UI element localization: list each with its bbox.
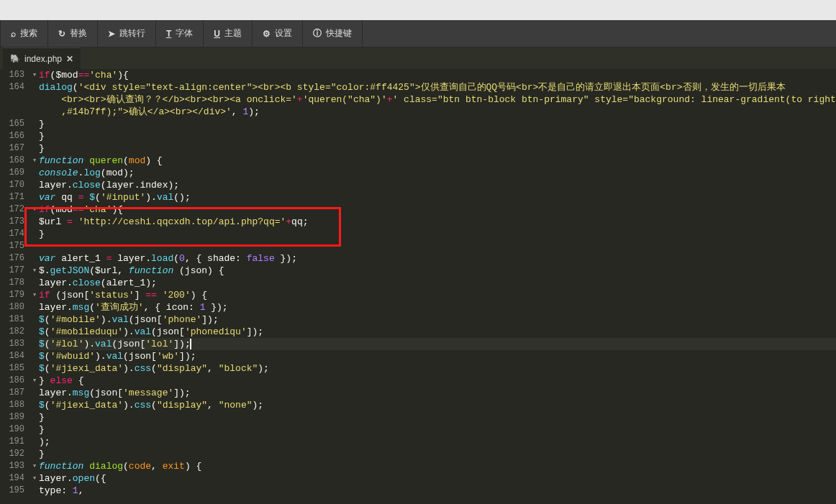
theme-icon: U bbox=[214, 29, 220, 39]
fold-marker bbox=[30, 167, 39, 179]
code-line[interactable]: var qq = $('#input').val(); bbox=[39, 191, 836, 203]
search-button[interactable]: ⌕ 搜索 bbox=[0, 20, 48, 47]
code-line[interactable]: $('#wbuid').val(json['wb']); bbox=[39, 350, 836, 362]
text-cursor bbox=[190, 339, 191, 349]
code-line[interactable]: layer.open({ bbox=[39, 472, 836, 485]
fold-marker bbox=[30, 301, 39, 313]
code-line[interactable]: } bbox=[39, 411, 836, 423]
code-line[interactable]: dialog('<div style="text-align:center"><… bbox=[39, 81, 836, 93]
code-line[interactable]: if($mod=='cha'){ bbox=[39, 69, 836, 81]
code-area[interactable]: if($mod=='cha'){dialog('<div style="text… bbox=[39, 69, 836, 504]
line-number: 187 bbox=[0, 387, 24, 399]
code-line[interactable]: $('#lol').val(json['lol']); bbox=[39, 338, 836, 350]
code-line[interactable]: } bbox=[39, 130, 836, 142]
theme-label: 主题 bbox=[224, 27, 242, 40]
code-line[interactable]: console.log(mod); bbox=[39, 167, 836, 179]
close-icon[interactable]: ✕ bbox=[66, 54, 73, 64]
line-number: 192 bbox=[0, 448, 24, 460]
line-number: 178 bbox=[0, 277, 24, 289]
code-line[interactable]: layer.close(layer.index); bbox=[39, 179, 836, 191]
php-file-icon: 🐘 bbox=[10, 54, 20, 63]
code-line[interactable]: if (json['status'] == '200') { bbox=[39, 289, 836, 301]
code-line[interactable]: $('#mobile').val(json['phone']); bbox=[39, 313, 836, 326]
fold-marker bbox=[30, 228, 39, 240]
code-line[interactable]: <br><br>确认查询？？</b><br><br><a onclick='+'… bbox=[39, 93, 836, 106]
jump-label: 跳转行 bbox=[119, 27, 145, 40]
line-number: 179 bbox=[0, 289, 24, 301]
code-line[interactable]: } else { bbox=[39, 375, 836, 387]
code-line[interactable]: ,#14b7ff);">确认</a><br></div>', 1); bbox=[39, 106, 836, 118]
line-number: 193 bbox=[0, 460, 24, 472]
code-line[interactable]: $url = 'http://ceshi.qqcxdh.top/api.php?… bbox=[39, 216, 836, 228]
fold-marker[interactable]: ▾ bbox=[30, 265, 39, 277]
line-number: 182 bbox=[0, 326, 24, 338]
theme-button[interactable]: U 主题 bbox=[204, 20, 253, 47]
line-number: 186 bbox=[0, 375, 24, 387]
line-number: 190 bbox=[0, 423, 24, 436]
code-line[interactable]: function dialog(code, exit) { bbox=[39, 460, 836, 472]
info-icon: ⓘ bbox=[313, 27, 322, 40]
shortcuts-label: 快捷键 bbox=[326, 27, 352, 40]
fold-marker[interactable]: ▾ bbox=[30, 155, 39, 167]
fold-marker bbox=[30, 485, 39, 497]
replace-button[interactable]: ↻ 替换 bbox=[48, 20, 98, 47]
code-line[interactable]: $('#jiexi_data').css("display", "block")… bbox=[39, 362, 836, 375]
code-line[interactable] bbox=[39, 240, 836, 252]
code-line[interactable]: $.getJSON($url, function (json) { bbox=[39, 265, 836, 277]
code-line[interactable]: $('#mobileduqu').val(json['phonediqu']); bbox=[39, 326, 836, 338]
code-line[interactable]: layer.msg(json['message']); bbox=[39, 387, 836, 399]
fold-marker bbox=[30, 81, 39, 93]
line-number: 168 bbox=[0, 155, 24, 167]
jump-icon: ➤ bbox=[108, 29, 115, 39]
code-line[interactable]: layer.close(alert_1); bbox=[39, 277, 836, 289]
code-line[interactable]: function queren(mod) { bbox=[39, 155, 836, 167]
code-line[interactable]: var alert_1 = layer.load(0, { shade: fal… bbox=[39, 252, 836, 265]
code-line[interactable]: if(mod=='cha'){ bbox=[39, 203, 836, 216]
code-line[interactable]: } bbox=[39, 228, 836, 240]
code-line[interactable]: } bbox=[39, 448, 836, 460]
code-line[interactable]: } bbox=[39, 118, 836, 130]
jump-button[interactable]: ➤ 跳转行 bbox=[98, 20, 156, 47]
font-button[interactable]: T 字体 bbox=[156, 20, 204, 47]
fold-marker bbox=[30, 130, 39, 142]
code-line[interactable]: } bbox=[39, 423, 836, 436]
fold-marker bbox=[30, 277, 39, 289]
line-number: 180 bbox=[0, 301, 24, 313]
tab-bar: 🐘 index.php ✕ bbox=[0, 47, 836, 69]
fold-marker[interactable]: ▾ bbox=[30, 203, 39, 216]
code-line[interactable]: $('#jiexi_data').css("display", "none"); bbox=[39, 399, 836, 411]
fold-marker bbox=[30, 411, 39, 423]
fold-marker[interactable]: ▾ bbox=[30, 472, 39, 485]
fold-marker bbox=[30, 142, 39, 155]
fold-marker bbox=[30, 118, 39, 130]
line-number: 185 bbox=[0, 362, 24, 375]
line-number: 191 bbox=[0, 436, 24, 448]
line-number: 175 bbox=[0, 240, 24, 252]
code-line[interactable]: } bbox=[39, 142, 836, 155]
fold-marker bbox=[30, 362, 39, 375]
replace-icon: ↻ bbox=[58, 29, 65, 39]
fold-marker[interactable]: ▾ bbox=[30, 69, 39, 81]
fold-marker[interactable]: ▾ bbox=[30, 460, 39, 472]
fold-marker bbox=[30, 448, 39, 460]
replace-label: 替换 bbox=[70, 27, 87, 40]
code-line[interactable]: layer.msg('查询成功', { icon: 1 }); bbox=[39, 301, 836, 313]
line-number: 194 bbox=[0, 472, 24, 485]
fold-marker bbox=[30, 350, 39, 362]
code-line[interactable]: type: 1, bbox=[39, 485, 836, 497]
line-number: 189 bbox=[0, 411, 24, 423]
code-line[interactable]: ); bbox=[39, 436, 836, 448]
font-label: 字体 bbox=[176, 27, 193, 40]
fold-marker bbox=[30, 436, 39, 448]
code-editor[interactable]: 1631641651661671681691701711721731741751… bbox=[0, 69, 836, 504]
line-number bbox=[0, 106, 24, 118]
tab-file[interactable]: 🐘 index.php ✕ bbox=[3, 47, 81, 69]
fold-marker bbox=[30, 338, 39, 350]
fold-marker bbox=[30, 326, 39, 338]
fold-marker[interactable]: ▾ bbox=[30, 289, 39, 301]
fold-marker[interactable]: ▾ bbox=[30, 375, 39, 387]
search-label: 搜索 bbox=[20, 27, 37, 40]
settings-button[interactable]: ⚙ 设置 bbox=[253, 20, 303, 47]
line-number: 172 bbox=[0, 203, 24, 216]
shortcuts-button[interactable]: ⓘ 快捷键 bbox=[303, 20, 363, 47]
